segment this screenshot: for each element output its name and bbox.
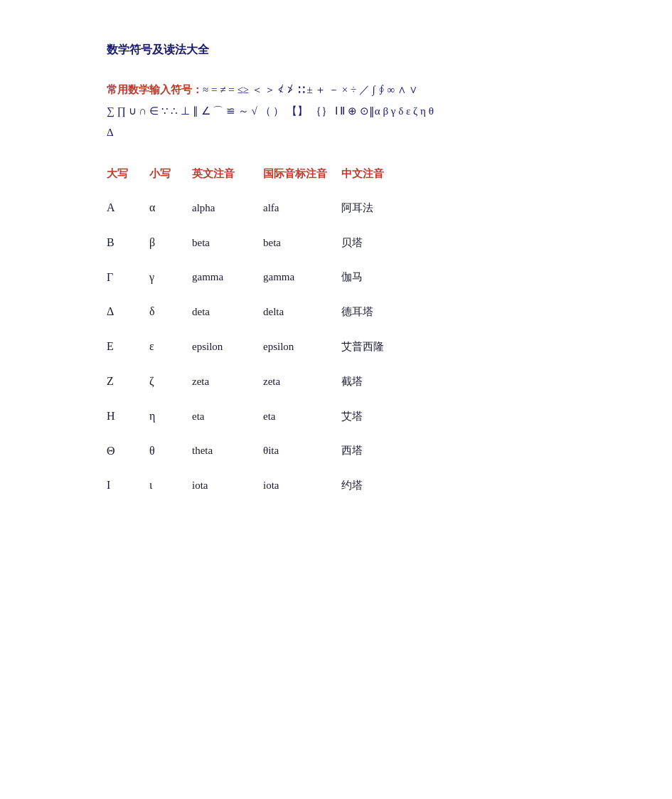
- symbols-line2: ∑ ∏ ∪ ∩ ∈ ∵ ∴ ⊥ ∥ ∠ ⌒ ≌ ～ √ （ ） 【】 ｛｝ Ⅰ …: [107, 105, 434, 117]
- table-row: Α α alpha alfa 阿耳法: [107, 198, 587, 218]
- symbols-line3: Δ: [107, 127, 114, 138]
- cell-daxie: Α: [107, 198, 149, 218]
- cell-xiaoxie: δ: [149, 302, 192, 322]
- cell-intl: beta: [263, 233, 341, 253]
- cell-xiaoxie: ι: [149, 475, 192, 496]
- cell-cn: 截塔: [341, 372, 412, 391]
- cell-intl: iota: [263, 476, 341, 495]
- cell-en: zeta: [192, 372, 263, 391]
- cell-en: eta: [192, 407, 263, 426]
- cell-cn: 伽马: [341, 268, 412, 287]
- cell-cn: 艾普西隆: [341, 337, 412, 356]
- cell-cn: 阿耳法: [341, 199, 412, 218]
- cell-cn: 约塔: [341, 476, 412, 495]
- cell-en: theta: [192, 441, 263, 460]
- cell-xiaoxie: θ: [149, 441, 192, 462]
- header-daxie: 大写: [107, 164, 149, 184]
- cell-xiaoxie: β: [149, 233, 192, 253]
- cell-daxie: Ι: [107, 475, 149, 496]
- cell-daxie: Β: [107, 233, 149, 253]
- table-rows-container: Α α alpha alfa 阿耳法 Β β beta beta 贝塔 Γ γ …: [107, 198, 587, 496]
- cell-en: epsilon: [192, 337, 263, 356]
- cell-xiaoxie: η: [149, 406, 192, 427]
- table-header-row: 大写 小写 英文注音 国际音标注音 中文注音: [107, 164, 587, 184]
- cell-xiaoxie: γ: [149, 268, 192, 288]
- cell-en: beta: [192, 233, 263, 253]
- table-row: Η η eta eta 艾塔: [107, 406, 587, 427]
- cell-cn: 西塔: [341, 441, 412, 460]
- cell-en: iota: [192, 476, 263, 495]
- cell-en: gamma: [192, 268, 263, 287]
- cell-en: alpha: [192, 199, 263, 218]
- table-row: Γ γ gamma gamma 伽马: [107, 268, 587, 288]
- cell-xiaoxie: ε: [149, 337, 192, 357]
- header-xiaoxie: 小写: [149, 164, 192, 184]
- table-row: Ι ι iota iota 约塔: [107, 475, 587, 496]
- cell-daxie: Δ: [107, 302, 149, 322]
- page-title: 数学符号及读法大全: [107, 43, 587, 58]
- header-en: 英文注音: [192, 164, 263, 184]
- header-cn: 中文注音: [341, 164, 412, 184]
- greek-table: 大写 小写 英文注音 国际音标注音 中文注音 Α α alpha alfa 阿耳…: [107, 164, 587, 496]
- cell-xiaoxie: ζ: [149, 371, 192, 392]
- cell-cn: 德耳塔: [341, 302, 412, 322]
- common-symbols-label: 常用数学输入符号：: [107, 84, 203, 95]
- table-row: Ζ ζ zeta zeta 截塔: [107, 371, 587, 392]
- cell-intl: epsilon: [263, 337, 341, 356]
- cell-daxie: Ζ: [107, 371, 149, 392]
- cell-cn: 艾塔: [341, 407, 412, 426]
- cell-daxie: Η: [107, 406, 149, 427]
- table-row: Δ δ deta delta 德耳塔: [107, 302, 587, 322]
- common-symbols-content: 常用数学输入符号：≈ = ≠ = ≤≥ ＜ ＞ ≮ ≯ ∷ ± ＋ － × ÷ …: [107, 79, 587, 143]
- cell-en: deta: [192, 302, 263, 322]
- cell-intl: eta: [263, 407, 341, 426]
- table-row: Β β beta beta 贝塔: [107, 233, 587, 253]
- cell-intl: alfa: [263, 199, 341, 218]
- common-symbols-section: 常用数学输入符号：≈ = ≠ = ≤≥ ＜ ＞ ≮ ≯ ∷ ± ＋ － × ÷ …: [107, 79, 587, 143]
- table-row: Θ θ theta θita 西塔: [107, 441, 587, 462]
- cell-intl: gamma: [263, 268, 341, 287]
- cell-cn: 贝塔: [341, 233, 412, 253]
- header-intl: 国际音标注音: [263, 164, 341, 184]
- cell-intl: θita: [263, 441, 341, 460]
- cell-xiaoxie: α: [149, 198, 192, 218]
- table-row: Ε ε epsilon epsilon 艾普西隆: [107, 337, 587, 357]
- cell-daxie: Θ: [107, 441, 149, 462]
- cell-intl: zeta: [263, 372, 341, 391]
- cell-daxie: Γ: [107, 268, 149, 288]
- cell-intl: delta: [263, 302, 341, 322]
- symbols-line1: ≈ = ≠ = ≤≥ ＜ ＞ ≮ ≯ ∷ ± ＋ － × ÷ ／ ∫ ∮ ∞ ∧…: [203, 84, 417, 95]
- cell-daxie: Ε: [107, 337, 149, 357]
